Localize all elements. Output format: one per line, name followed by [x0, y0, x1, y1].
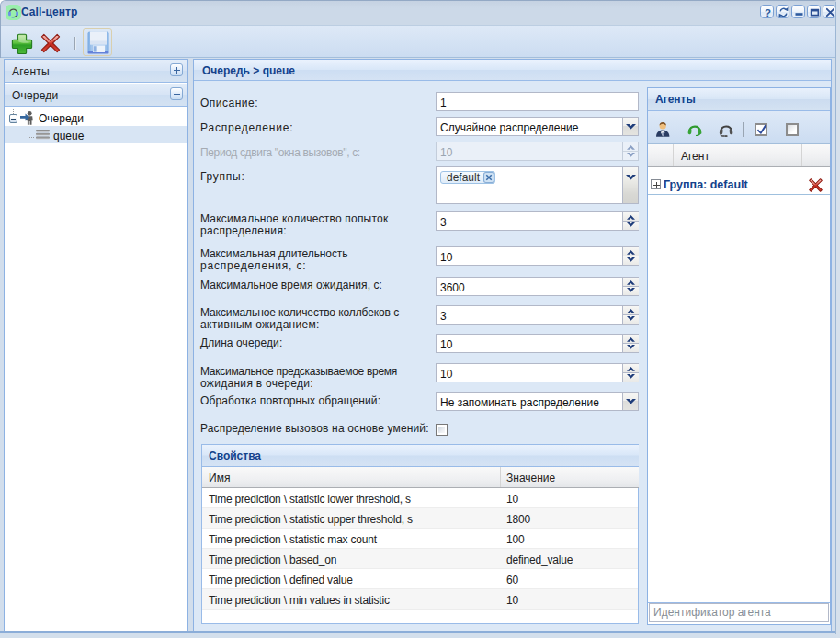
- svg-text:?: ?: [765, 7, 771, 18]
